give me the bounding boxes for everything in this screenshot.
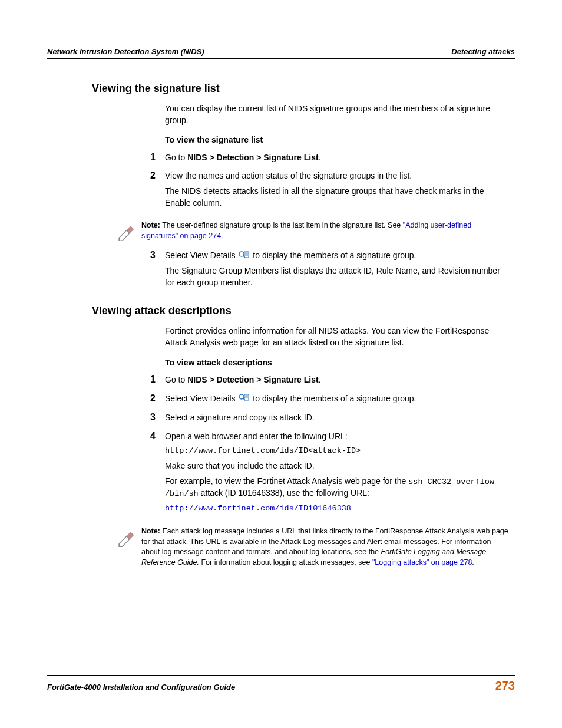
- step-number: 3: [134, 412, 156, 427]
- nav-path: NIDS > Detection > Signature List: [187, 153, 319, 162]
- step-text: .: [319, 153, 321, 162]
- link-example-url[interactable]: http://www.fortinet.com/ids/ID101646338: [165, 503, 509, 515]
- step-text: View the names and action status of the …: [165, 170, 509, 182]
- section2-intro: Fortinet provides online information for…: [165, 325, 509, 348]
- step-text: to display the members of a signature gr…: [253, 251, 416, 260]
- svg-point-0: [239, 252, 244, 256]
- view-details-icon: [239, 251, 249, 262]
- section-heading-viewing-attack-descriptions: Viewing attack descriptions: [92, 305, 515, 317]
- list-item: 1 Go to NIDS > Detection > Signature Lis…: [165, 152, 509, 167]
- step-text: Go to: [165, 375, 187, 384]
- note-body: Note: Each attack log message includes a…: [141, 526, 509, 568]
- step-number: 4: [134, 431, 156, 519]
- step-text: to display the members of a signature gr…: [253, 394, 416, 403]
- step-text: Select a signature and copy its attack I…: [165, 412, 509, 424]
- svg-rect-8: [244, 394, 249, 400]
- step-number: 2: [134, 393, 156, 409]
- page-footer: FortiGate-4000 Installation and Configur…: [47, 675, 515, 693]
- note-label: Note:: [141, 527, 160, 535]
- section2-sub: To view attack descriptions: [165, 357, 509, 369]
- step-text: attack (ID 101646338), use the following…: [199, 488, 369, 498]
- section-heading-viewing-signature-list: Viewing the signature list: [92, 83, 515, 95]
- section1-intro: You can display the current list of NIDS…: [165, 103, 509, 126]
- step-text: For example, to view the Fortinet Attack…: [165, 476, 408, 486]
- step-number: 1: [134, 374, 156, 390]
- header-right: Detecting attacks: [451, 47, 515, 56]
- step-text: Open a web browser and enter the followi…: [165, 431, 509, 443]
- page-number: 273: [495, 679, 515, 693]
- note-text: For information about logging attack mes…: [199, 558, 372, 566]
- step-text: Select View Details: [165, 251, 237, 260]
- svg-rect-2: [244, 252, 249, 258]
- step-text: The Signature Group Members list display…: [165, 265, 509, 288]
- nav-path: NIDS > Detection > Signature List: [187, 375, 319, 384]
- step-number: 3: [134, 250, 156, 292]
- list-item: 3 Select View Details: [165, 250, 509, 292]
- footer-left: FortiGate-4000 Installation and Configur…: [47, 683, 235, 691]
- list-item: 1 Go to NIDS > Detection > Signature Lis…: [165, 374, 509, 390]
- step-text: The NIDS detects attacks listed in all t…: [165, 186, 509, 209]
- svg-point-6: [239, 394, 244, 399]
- step-number: 1: [134, 152, 156, 167]
- section1-sub: To view the signature list: [165, 134, 509, 146]
- note-text: .: [221, 232, 223, 240]
- list-item: 3 Select a signature and copy its attack…: [165, 412, 509, 427]
- view-details-icon: [239, 393, 249, 405]
- note-label: Note:: [141, 221, 160, 229]
- link-logging-attacks[interactable]: "Logging attacks" on page 278: [372, 558, 472, 566]
- note-pencil-icon: [117, 222, 137, 242]
- url-template: http://www.fortinet.com/ids/ID<attack-ID…: [165, 446, 509, 457]
- page-header: Network Intrusion Detection System (NIDS…: [47, 47, 515, 59]
- note-text: The user-defined signature group is the …: [160, 221, 403, 229]
- step-number: 2: [134, 170, 156, 212]
- step-text: Go to: [165, 153, 187, 162]
- list-item: 4 Open a web browser and enter the follo…: [165, 431, 509, 519]
- step-text: Make sure that you include the attack ID…: [165, 460, 509, 472]
- list-item: 2 View the names and action status of th…: [165, 170, 509, 212]
- note-body: Note: The user-defined signature group i…: [141, 220, 509, 241]
- note-text: .: [472, 558, 474, 566]
- step-text: .: [319, 375, 321, 384]
- step-text: Select View Details: [165, 394, 237, 403]
- list-item: 2 Select View Details: [165, 393, 509, 409]
- header-left: Network Intrusion Detection System (NIDS…: [47, 47, 204, 56]
- note-pencil-icon: [117, 528, 137, 548]
